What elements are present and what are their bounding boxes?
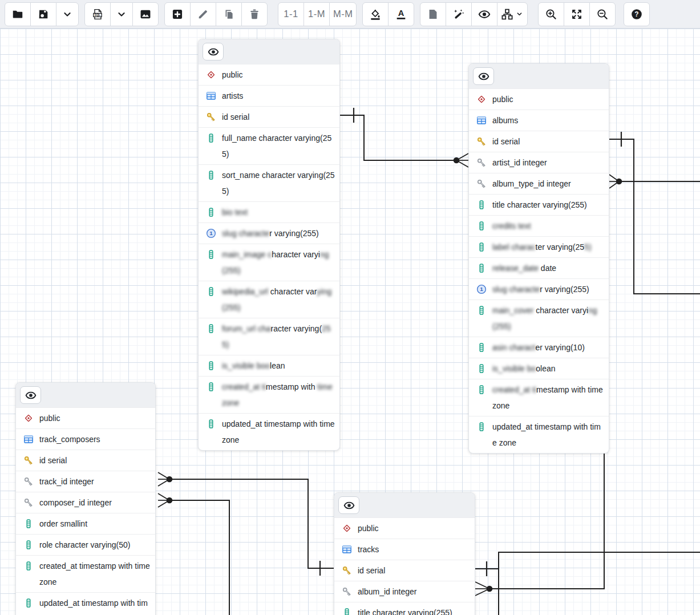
track_composers-row-track_composers[interactable]: track_composers	[16, 428, 155, 450]
row-label: id serial	[222, 109, 335, 125]
artists-row-forum_url[interactable]: forum_url character varying(255)	[199, 318, 339, 355]
column-icon	[205, 418, 217, 430]
table-icon	[341, 544, 353, 555]
sql-menu-button[interactable]	[110, 2, 133, 26]
trash-icon	[248, 8, 261, 21]
help-button[interactable]: ?	[624, 2, 650, 26]
albums-row-credits[interactable]: credits text	[469, 215, 609, 236]
eye-icon	[343, 500, 355, 511]
albums-row-main_cover[interactable]: main_cover character varying(255)	[469, 300, 609, 337]
generate-sql-button[interactable]: SQL	[84, 2, 111, 26]
table-card-albums[interactable]: publicalbumsid serialartist_id integeral…	[468, 63, 609, 454]
track_composers-row-order[interactable]: order smallint	[16, 513, 155, 534]
table-card-artists[interactable]: publicartistsid serialfull_name characte…	[198, 39, 340, 451]
artists-row-slug[interactable]: 1slug character varying(255)	[199, 222, 339, 244]
column-icon	[476, 342, 487, 353]
track_composers-row-role[interactable]: role character varying(50)	[16, 534, 155, 555]
table-card-track_composers[interactable]: publictrack_composersid serialtrack_id i…	[15, 382, 156, 615]
schema-icon	[23, 412, 34, 424]
artists-row-main_image[interactable]: main_image character varying(255)	[199, 244, 339, 281]
column-icon	[23, 560, 34, 572]
artists-row-is_visible[interactable]: is_visible boolean	[199, 355, 339, 376]
zoom-to-fit-button[interactable]	[564, 2, 590, 26]
table-details-toggle-track_composers[interactable]	[20, 386, 41, 404]
albums-row-created_at[interactable]: created_at timestamp with time zone	[469, 379, 609, 416]
albums-row-album_type_id[interactable]: album_type_id integer	[469, 173, 609, 194]
row-label: bio text	[222, 204, 335, 220]
layout-menu-button[interactable]	[497, 2, 528, 26]
track_composers-row-composer_id[interactable]: composer_id integer	[16, 492, 155, 513]
albums-row-release_date[interactable]: release_date date	[469, 257, 609, 278]
artists-row-updated_at[interactable]: updated_at timestamp with time zone	[199, 413, 339, 450]
auto-align-button[interactable]	[446, 2, 472, 26]
column-icon	[23, 597, 34, 609]
artists-row-id[interactable]: id serial	[199, 106, 339, 127]
foreign-key-icon	[476, 157, 487, 168]
albums-row-public[interactable]: public	[469, 88, 609, 110]
table-details-toggle-artists[interactable]	[203, 43, 224, 60]
open-project-button[interactable]	[5, 2, 31, 26]
albums-row-albums[interactable]: albums	[469, 110, 609, 131]
save-project-button[interactable]	[30, 2, 56, 26]
tracks-row-public[interactable]: public	[334, 517, 475, 539]
show-details-button[interactable]	[471, 2, 497, 26]
table-details-toggle-albums[interactable]	[473, 67, 494, 85]
text-color-button[interactable]: A	[388, 2, 414, 26]
albums-row-is_visible[interactable]: is_visible boolean	[469, 358, 609, 379]
albums-row-asin[interactable]: asin character varying(10)	[469, 337, 609, 358]
fill-color-button[interactable]	[362, 2, 389, 26]
fillcolor-icon	[369, 8, 382, 21]
unique-one-icon: 1	[205, 228, 217, 239]
column-icon	[476, 199, 487, 211]
tracks-row-id[interactable]: id serial	[334, 560, 475, 581]
artists-row-full_name[interactable]: full_name character varying(255)	[199, 127, 339, 164]
toolbar-group: A	[362, 2, 414, 26]
albums-row-id[interactable]: id serial	[469, 131, 609, 152]
eye-icon	[478, 8, 491, 21]
track_composers-row-id[interactable]: id serial	[16, 450, 155, 471]
albums-row-artist_id[interactable]: artist_id integer	[469, 152, 609, 173]
table-card-header[interactable]	[334, 493, 475, 517]
row-label: artists	[222, 88, 335, 104]
zoom-out-button[interactable]	[589, 2, 616, 26]
eye-icon	[478, 71, 489, 82]
artists-row-artists[interactable]: artists	[199, 85, 339, 106]
unique-one-icon: 1	[476, 284, 487, 295]
foreign-key-icon	[23, 476, 34, 487]
artists-row-public[interactable]: public	[199, 64, 339, 85]
track_composers-row-track_id[interactable]: track_id integer	[16, 471, 155, 492]
albums-row-slug[interactable]: 1slug character varying(255)	[469, 278, 609, 300]
download-image-button[interactable]	[132, 2, 159, 26]
artists-row-sort_name[interactable]: sort_name character varying(255)	[199, 164, 339, 201]
sqlfile-icon: SQL	[91, 8, 104, 21]
table-icon	[205, 90, 217, 102]
table-card-header[interactable]	[16, 383, 155, 407]
albums-row-label[interactable]: label character varying(255)	[469, 236, 609, 257]
zoom-in-button[interactable]	[538, 2, 564, 26]
row-label: main_image character varying(255)	[222, 246, 335, 278]
column-icon	[476, 199, 487, 211]
table-icon	[23, 434, 34, 445]
artists-row-wikipedia_url[interactable]: wikipedia_url character varying(255)	[199, 281, 339, 318]
row-label: wikipedia_url character varying(255)	[222, 284, 335, 315]
tracks-row-tracks[interactable]: tracks	[334, 539, 475, 560]
albums-row-title[interactable]: title character varying(255)	[469, 194, 609, 215]
row-label: composer_id integer	[39, 495, 151, 511]
save-menu-button[interactable]	[56, 2, 79, 26]
track_composers-row-created_at[interactable]: created_at timestamp with time zone	[16, 555, 155, 592]
track_composers-row-updated_at[interactable]: updated_at timestamp with time zone	[16, 592, 155, 615]
column-icon	[476, 342, 487, 353]
table-details-toggle-tracks[interactable]	[338, 496, 359, 514]
table-card-header[interactable]	[199, 39, 339, 64]
table-card-tracks[interactable]: publictracksid serialalbum_id integertit…	[334, 492, 475, 615]
tracks-row-album_id[interactable]: album_id integer	[334, 581, 475, 602]
column-icon	[205, 360, 217, 371]
artists-row-bio[interactable]: bio text	[199, 201, 339, 222]
artists-row-created_at[interactable]: created_at timestamp with time zone	[199, 376, 339, 413]
albums-row-updated_at[interactable]: updated_at timestamp with time zone	[469, 416, 609, 453]
tracks-row-title[interactable]: title character varying(255)	[334, 602, 475, 615]
add-table-button[interactable]	[164, 2, 191, 26]
track_composers-row-public[interactable]: public	[16, 407, 155, 428]
table-card-header[interactable]	[469, 64, 609, 88]
primary-key-icon	[205, 111, 217, 123]
